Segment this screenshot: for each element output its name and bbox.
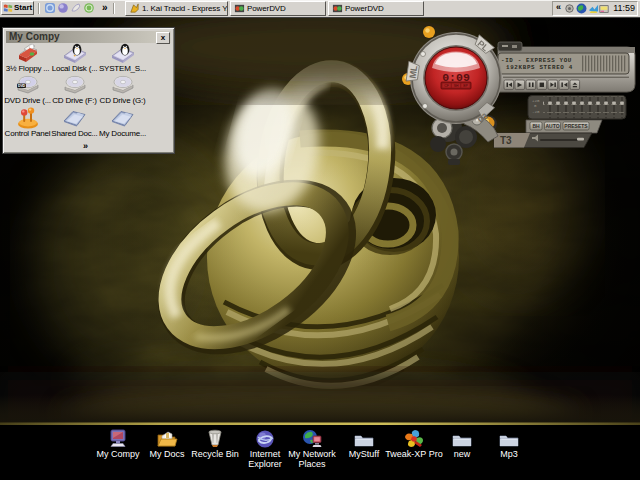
svg-text:DVD: DVD: [18, 84, 26, 88]
svg-text:192KBPS STEREO 4: 192KBPS STEREO 4: [506, 64, 573, 71]
svg-text:PRESETS: PRESETS: [564, 123, 588, 129]
svg-text:0:09: 0:09: [442, 71, 470, 84]
svg-text:BH: BH: [532, 123, 540, 129]
svg-text:T3: T3: [500, 135, 512, 146]
svg-text:+20: +20: [532, 99, 540, 103]
svg-text:AUTO: AUTO: [545, 123, 559, 129]
svg-text:CF: CF: [444, 84, 449, 88]
svg-text:SH: SH: [454, 84, 459, 88]
svg-text:ML: ML: [408, 64, 420, 79]
svg-text:-20: -20: [532, 110, 540, 114]
svg-text:-ID - EXPRESS YOU: -ID - EXPRESS YOU: [501, 57, 572, 64]
svg-text:EP: EP: [463, 84, 468, 88]
